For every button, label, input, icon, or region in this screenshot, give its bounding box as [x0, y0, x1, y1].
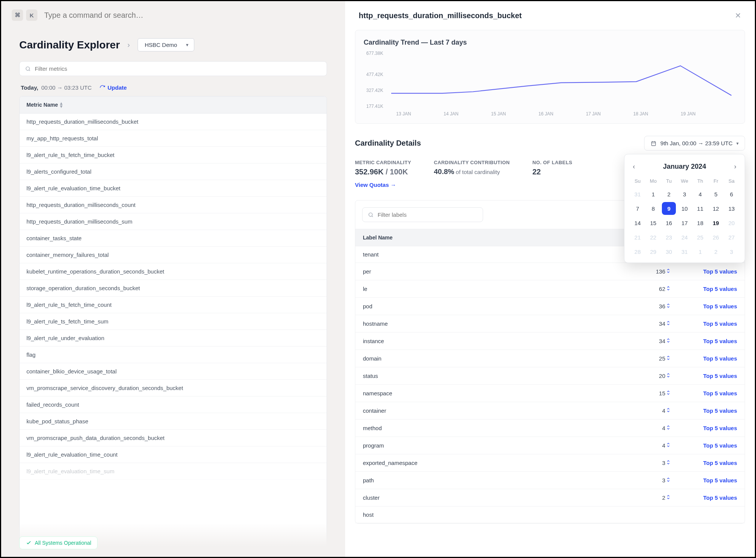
- calendar-next[interactable]: ›: [732, 161, 739, 172]
- metric-row[interactable]: l9_alert_rule_ts_fetch_time_count: [20, 297, 327, 313]
- label-row[interactable]: pod36Top 5 values: [355, 298, 745, 315]
- expand-icon[interactable]: [665, 268, 680, 275]
- calendar-day[interactable]: 4: [693, 188, 707, 201]
- filter-labels-input[interactable]: [362, 207, 483, 222]
- top-values-link[interactable]: Top 5 values: [680, 425, 737, 431]
- label-row[interactable]: exported_namespace3Top 5 values: [355, 454, 745, 472]
- top-values-link[interactable]: Top 5 values: [680, 320, 737, 327]
- calendar-day[interactable]: 15: [646, 216, 660, 229]
- expand-icon[interactable]: [665, 494, 680, 501]
- expand-icon[interactable]: [665, 285, 680, 292]
- metric-row[interactable]: l9_alerts_configured_total: [20, 163, 327, 180]
- filter-metrics-field[interactable]: [35, 65, 321, 72]
- filter-metrics-input[interactable]: [19, 61, 327, 76]
- expand-icon[interactable]: [665, 372, 680, 379]
- close-icon[interactable]: ✕: [735, 11, 741, 20]
- metric-row[interactable]: container_blkio_device_usage_total: [20, 363, 327, 380]
- calendar-day[interactable]: 5: [709, 188, 723, 201]
- label-row[interactable]: program4Top 5 values: [355, 437, 745, 454]
- calendar-day[interactable]: 19: [709, 216, 723, 229]
- metric-row[interactable]: vm_promscrape_push_data_duration_seconds…: [20, 430, 327, 446]
- metric-row[interactable]: l9_alert_rule_ts_fetch_time_sum: [20, 313, 327, 330]
- top-values-link[interactable]: Top 5 values: [680, 460, 737, 466]
- metrics-table-header[interactable]: Metric Name ▴▾: [20, 96, 327, 113]
- top-values-link[interactable]: Top 5 values: [680, 286, 737, 292]
- label-row[interactable]: path3Top 5 values: [355, 472, 745, 489]
- expand-icon[interactable]: [665, 407, 680, 414]
- label-row[interactable]: per136Top 5 values: [355, 263, 745, 280]
- calendar-day[interactable]: 18: [693, 216, 707, 229]
- label-row[interactable]: container4Top 5 values: [355, 402, 745, 420]
- label-row[interactable]: domain25Top 5 values: [355, 350, 745, 367]
- label-row[interactable]: cluster2Top 5 values: [355, 489, 745, 507]
- environment-select[interactable]: HSBC Demo: [138, 38, 194, 51]
- update-button[interactable]: Update: [99, 84, 127, 91]
- metric-row[interactable]: failed_records_count: [20, 396, 327, 413]
- top-values-link[interactable]: Top 5 values: [680, 390, 737, 396]
- calendar-day[interactable]: 12: [709, 202, 723, 215]
- command-input[interactable]: [44, 11, 333, 20]
- calendar-day[interactable]: 8: [646, 202, 660, 215]
- calendar-day[interactable]: 11: [693, 202, 707, 215]
- metric-row[interactable]: http_requests_duration_milliseconds_buck…: [20, 113, 327, 130]
- metric-row[interactable]: http_requests_duration_milliseconds_sum: [20, 213, 327, 230]
- top-values-link[interactable]: Top 5 values: [680, 355, 737, 362]
- calendar-day[interactable]: 2: [662, 188, 676, 201]
- top-values-link[interactable]: Top 5 values: [680, 494, 737, 501]
- calendar-day[interactable]: 6: [725, 188, 739, 201]
- metric-row[interactable]: vm_promscrape_service_discovery_duration…: [20, 380, 327, 396]
- top-values-link[interactable]: Top 5 values: [680, 442, 737, 449]
- expand-icon[interactable]: [665, 390, 680, 397]
- expand-icon[interactable]: [665, 442, 680, 449]
- metric-row[interactable]: http_requests_duration_milliseconds_coun…: [20, 197, 327, 213]
- metric-row[interactable]: l9_alert_rule_under_evaluation: [20, 330, 327, 347]
- label-row[interactable]: method4Top 5 values: [355, 420, 745, 437]
- label-row[interactable]: namespace15Top 5 values: [355, 385, 745, 402]
- calendar-day[interactable]: 3: [677, 188, 691, 201]
- calendar-day[interactable]: 13: [725, 202, 739, 215]
- calendar-day[interactable]: 17: [677, 216, 691, 229]
- expand-icon[interactable]: [665, 303, 680, 310]
- label-row[interactable]: instance34Top 5 values: [355, 333, 745, 350]
- calendar-day[interactable]: 10: [677, 202, 691, 215]
- expand-icon[interactable]: [665, 424, 680, 432]
- metric-row[interactable]: l9_alert_rule_ts_fetch_time_bucket: [20, 147, 327, 163]
- label-row[interactable]: hostname34Top 5 values: [355, 315, 745, 333]
- filter-labels-field[interactable]: [378, 211, 477, 218]
- metric-row[interactable]: flag: [20, 347, 327, 363]
- calendar-day[interactable]: 1: [646, 188, 660, 201]
- view-quotas-link[interactable]: View Quotas →: [355, 182, 396, 188]
- metric-row[interactable]: container_memory_failures_total: [20, 247, 327, 263]
- label-row[interactable]: le62Top 5 values: [355, 280, 745, 298]
- calendar-day[interactable]: 14: [631, 216, 644, 229]
- top-values-link[interactable]: Top 5 values: [680, 303, 737, 309]
- top-values-link[interactable]: Top 5 values: [680, 407, 737, 414]
- top-values-link[interactable]: Top 5 values: [680, 373, 737, 379]
- metric-row[interactable]: l9_alert_rule_evaluation_time_count: [20, 446, 327, 463]
- expand-icon[interactable]: [665, 320, 680, 327]
- date-range-button[interactable]: 9th Jan, 00:00 → 23:59 UTC ▾: [644, 136, 745, 151]
- calendar-day[interactable]: 7: [631, 202, 644, 215]
- status-pill[interactable]: All Systems Operational: [19, 536, 98, 549]
- top-values-link[interactable]: Top 5 values: [680, 477, 737, 483]
- calendar-popover[interactable]: ‹ January 2024 › SuMoTuWeThFrSa311234567…: [624, 154, 745, 263]
- metric-cardinality-label: METRIC CARDINALITY: [355, 160, 411, 165]
- metric-row[interactable]: container_tasks_state: [20, 230, 327, 247]
- metric-row[interactable]: l9_alert_rule_evaluation_time_bucket: [20, 180, 327, 197]
- label-row[interactable]: status20Top 5 values: [355, 367, 745, 385]
- calendar-day[interactable]: 9: [662, 202, 676, 215]
- expand-icon[interactable]: [665, 459, 680, 466]
- metric-row[interactable]: my_app_http_requests_total: [20, 130, 327, 147]
- top-values-link[interactable]: Top 5 values: [680, 338, 737, 344]
- label-row[interactable]: host: [355, 507, 745, 523]
- expand-icon[interactable]: [665, 355, 680, 362]
- metric-row[interactable]: kube_pod_status_phase: [20, 413, 327, 430]
- metric-row[interactable]: l9_alert_rule_evaluation_time_sum: [20, 463, 327, 480]
- metric-row[interactable]: kubelet_runtime_operations_duration_seco…: [20, 263, 327, 280]
- expand-icon[interactable]: [665, 337, 680, 345]
- calendar-day[interactable]: 16: [662, 216, 676, 229]
- calendar-prev[interactable]: ‹: [631, 161, 637, 172]
- expand-icon[interactable]: [665, 477, 680, 484]
- metric-row[interactable]: storage_operation_duration_seconds_bucke…: [20, 280, 327, 297]
- top-values-link[interactable]: Top 5 values: [680, 268, 737, 275]
